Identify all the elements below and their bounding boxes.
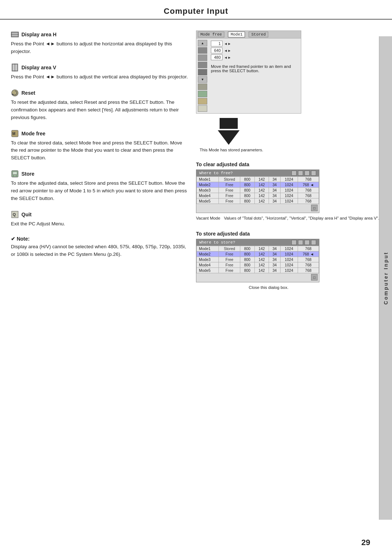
- hdr-icon-4: [311, 171, 316, 176]
- note-title: ✔ Note:: [11, 236, 189, 242]
- clear-dialog: Where to free? Mode1Stored80014234102476…: [196, 169, 319, 213]
- clear-table-row: Mode1Stored800142341024768: [197, 177, 319, 182]
- mode-free-title: Mode free: [21, 131, 45, 136]
- reset-title: Reset: [21, 90, 35, 96]
- menu-top-stored: Stored: [249, 32, 268, 37]
- section-display-area-h: Display area H Press the Point ◄► button…: [11, 30, 189, 56]
- store-header-icons: [291, 240, 316, 245]
- section-title-store: Store: [11, 170, 189, 178]
- modefree-icon: M: [11, 130, 19, 138]
- store-section: To store adjusted data Where to store? M…: [196, 229, 319, 294]
- clear-quit-icon: □: [311, 205, 318, 211]
- clear-table: Mode1Stored800142341024768Mode2Free80014…: [196, 176, 319, 204]
- quit-title: Quit: [21, 212, 32, 217]
- note-label: Note:: [17, 236, 30, 242]
- section-title-mode-free: M Mode free: [11, 130, 189, 138]
- down-arrow-head: [218, 130, 240, 145]
- mode-free-body: To clear the stored data, select Mode fr…: [11, 139, 189, 162]
- section-title-quit: Q Quit: [11, 210, 189, 218]
- store-hdr-icon-2: [298, 240, 303, 245]
- menu-icon-2: [198, 54, 207, 61]
- page-title: Computer Input: [0, 7, 392, 16]
- svg-rect-11: [13, 172, 17, 175]
- down-arrow-stem: [220, 118, 238, 129]
- menu-row-2: 640 ◄►: [211, 48, 299, 53]
- display-h-title: Display area H: [21, 32, 57, 37]
- down-arrow-container: [218, 118, 240, 145]
- hdr-icon-1: [291, 171, 297, 176]
- menu-arrow-3: ◄►: [224, 56, 231, 60]
- store-header-text: Where to store?: [199, 240, 235, 245]
- menu-row-3: 480 ◄►: [211, 54, 299, 60]
- clear-table-row: Mode5Free800142341024768: [197, 199, 319, 204]
- menu-top-bar: Mode free Mode1 Stored: [196, 31, 301, 38]
- clear-annotations: Vacant Mode Values of "Total dots", "Hor…: [196, 215, 379, 221]
- close-note: Close this dialog box.: [218, 285, 319, 291]
- section-display-area-v: Display area V Press the Point ◄► button…: [11, 64, 189, 81]
- clear-table-row: Mode3Free800142341024768: [197, 188, 319, 193]
- store-table-row: Mode5Free800142341024768: [197, 268, 319, 273]
- quit-body: Exit the PC Adjust Menu.: [11, 220, 189, 228]
- menu-value-640: 640: [211, 48, 222, 53]
- store-title: Store: [21, 171, 34, 177]
- section-store: Store To store the adjusted data, select…: [11, 170, 189, 203]
- store-hdr-icon-3: [305, 240, 310, 245]
- clear-title: To clear adjusted data: [196, 162, 379, 167]
- store-dialog-header: Where to store?: [196, 239, 319, 246]
- menu-icon-5: [198, 83, 207, 90]
- right-column: Mode free Mode1 Stored ▲ ▼: [196, 30, 381, 295]
- display-v-icon: [11, 64, 19, 71]
- svg-rect-12: [13, 175, 16, 177]
- menu-icon-1: [198, 47, 207, 54]
- section-mode-free: M Mode free To clear the stored data, se…: [11, 130, 189, 162]
- stored-note: This Mode has stored parameters.: [200, 148, 263, 152]
- store-table-row: Mode1Stored800142341024768: [197, 246, 319, 252]
- store-table-row: Mode2Free800142341024768 ◄: [197, 252, 319, 257]
- store-hdr-icon-1: [291, 240, 297, 245]
- section-quit: Q Quit Exit the PC Adjust Menu.: [11, 210, 189, 228]
- store-footer: □: [196, 273, 319, 282]
- menu-main-col: 1 ◄► 640 ◄► 480 ◄► Move the red framed p…: [210, 40, 299, 112]
- section-title-reset: Reset: [11, 89, 189, 97]
- menu-value-480: 480: [211, 54, 222, 60]
- store-icon: [11, 170, 19, 178]
- menu-icon-3: [198, 62, 207, 68]
- clear-footer: □: [196, 204, 319, 213]
- clear-table-row: Mode2Free800142341024768 ◄: [197, 182, 319, 188]
- page-number: 29: [362, 538, 370, 547]
- store-quit-icon: □: [311, 274, 318, 281]
- clear-table-row: Mode4Free800142341024768: [197, 193, 319, 199]
- menu-icon-4: [198, 69, 207, 75]
- store-hdr-icon-4: [311, 240, 316, 245]
- svg-text:Q: Q: [13, 212, 16, 217]
- menu-icon-up: ▲: [198, 40, 207, 46]
- left-column: Display area H Press the Point ◄► button…: [11, 30, 189, 295]
- quit-icon: Q: [11, 210, 19, 218]
- menu-icon-down: ▼: [198, 76, 207, 83]
- menu-icon-7: [198, 98, 207, 105]
- display-h-body: Press the Point ◄► buttons to adjust the…: [11, 40, 189, 56]
- checkmark-icon: ✔: [11, 236, 15, 242]
- reset-icon: [11, 89, 19, 97]
- note-section: ✔ Note: Display area (H/V) cannot be sel…: [11, 236, 189, 258]
- clear-dialog-header: Where to free?: [196, 170, 319, 176]
- section-title-display-v: Display area V: [11, 64, 189, 71]
- menu-icon-6: [198, 91, 207, 97]
- menu-value-1: 1: [211, 41, 222, 46]
- side-label-wrap: Computer Input: [379, 36, 392, 520]
- menu-row-1: 1 ◄►: [211, 41, 299, 46]
- side-label: Computer Input: [383, 252, 389, 304]
- store-title: To store adjusted data: [196, 231, 319, 237]
- store-dialog: Where to store? Mode1Stored8001423410247…: [196, 239, 319, 282]
- projector-menu-diagram: Mode free Mode1 Stored ▲ ▼: [196, 30, 301, 114]
- menu-body: ▲ ▼ 1 ◄► 640: [196, 38, 301, 113]
- menu-icons-col: ▲ ▼: [198, 40, 209, 112]
- clear-annotation-right: Values of "Total dots", "Horizontal", "V…: [224, 215, 379, 221]
- section-title-display-h: Display area H: [11, 30, 189, 38]
- store-table: Mode1Stored800142341024768Mode2Free80014…: [196, 246, 319, 273]
- menu-top-mode1: Mode1: [228, 32, 245, 37]
- menu-arrow-1: ◄►: [224, 42, 231, 46]
- menu-icon-8: [198, 105, 207, 112]
- store-body: To store the adjusted data, select Store…: [11, 180, 189, 203]
- svg-text:M: M: [12, 132, 15, 136]
